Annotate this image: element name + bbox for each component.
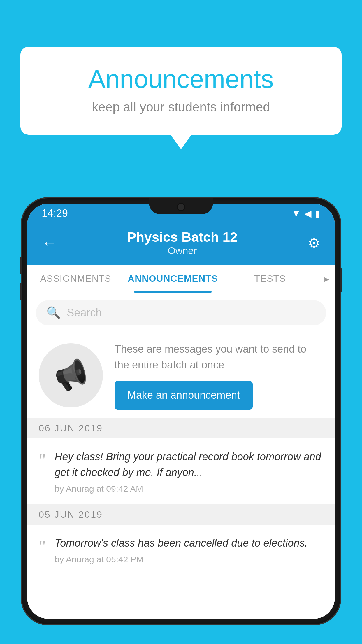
megaphone-icon: 📢 — [51, 356, 90, 394]
speech-bubble: Announcements keep all your students inf… — [20, 47, 342, 135]
promo-icon-circle: 📢 — [39, 343, 103, 407]
status-icons: ▼ ◀ ▮ — [291, 208, 320, 219]
announcement-text-2: Tomorrow's class has been cancelled due … — [55, 535, 324, 551]
promo-description: These are messages you want to send to t… — [115, 341, 323, 373]
bubble-subtitle: keep all your students informed — [44, 100, 318, 114]
battery-icon: ▮ — [315, 208, 320, 219]
promo-content: These are messages you want to send to t… — [115, 341, 323, 410]
phone-frame: 14:29 ▼ ◀ ▮ ← Physics Batch 12 Owner ⚙ — [22, 198, 340, 624]
make-announcement-button[interactable]: Make an announcement — [115, 381, 253, 410]
wifi-icon: ▼ — [291, 208, 301, 219]
tab-assignments[interactable]: ASSIGNMENTS — [27, 265, 124, 293]
header-center: Physics Batch 12 Owner — [127, 229, 237, 256]
search-placeholder: Search — [67, 307, 102, 319]
announcement-content-1: Hey class! Bring your practical record b… — [55, 449, 324, 494]
quote-icon-1: " — [39, 451, 46, 469]
announcement-meta-2: by Anurag at 05:42 PM — [55, 554, 324, 564]
tab-more[interactable]: ▸ — [319, 265, 335, 293]
announcement-promo: 📢 These are messages you want to send to… — [27, 332, 335, 418]
tab-announcements[interactable]: ANNOUNCEMENTS — [124, 265, 221, 293]
tab-tests[interactable]: TESTS — [222, 265, 319, 293]
batch-title: Physics Batch 12 — [127, 229, 237, 245]
search-icon: 🔍 — [46, 306, 61, 320]
bubble-title: Announcements — [44, 64, 318, 94]
announcement-item-2[interactable]: " Tomorrow's class has been cancelled du… — [27, 525, 335, 575]
batch-role: Owner — [127, 245, 237, 256]
speech-bubble-container: Announcements keep all your students inf… — [20, 47, 342, 149]
quote-icon-2: " — [39, 538, 46, 555]
tabs-bar: ASSIGNMENTS ANNOUNCEMENTS TESTS ▸ — [27, 265, 335, 293]
date-separator-2: 05 JUN 2019 — [27, 505, 335, 525]
vol-down-button — [20, 283, 22, 300]
phone-wrapper: 14:29 ▼ ◀ ▮ ← Physics Batch 12 Owner ⚙ — [22, 198, 340, 644]
vol-up-button — [20, 257, 22, 274]
signal-icon: ◀ — [304, 208, 312, 219]
announcement-content-2: Tomorrow's class has been cancelled due … — [55, 535, 324, 564]
app-header: ← Physics Batch 12 Owner ⚙ — [27, 223, 335, 265]
phone-screen: 14:29 ▼ ◀ ▮ ← Physics Batch 12 Owner ⚙ — [27, 204, 335, 619]
announcement-text-1: Hey class! Bring your practical record b… — [55, 449, 324, 480]
date-separator-1: 06 JUN 2019 — [27, 418, 335, 438]
settings-icon[interactable]: ⚙ — [308, 235, 320, 251]
announcement-item-1[interactable]: " Hey class! Bring your practical record… — [27, 438, 335, 505]
search-bar[interactable]: 🔍 Search — [36, 300, 326, 326]
status-time: 14:29 — [42, 207, 68, 220]
phone-notch — [149, 198, 213, 214]
back-button[interactable]: ← — [42, 234, 57, 252]
announcement-meta-1: by Anurag at 09:42 AM — [55, 484, 324, 494]
power-button — [340, 268, 342, 292]
front-camera — [177, 203, 185, 211]
content-area: 🔍 Search 📢 These are messages you want t… — [27, 293, 335, 619]
speech-bubble-tail — [171, 135, 191, 149]
